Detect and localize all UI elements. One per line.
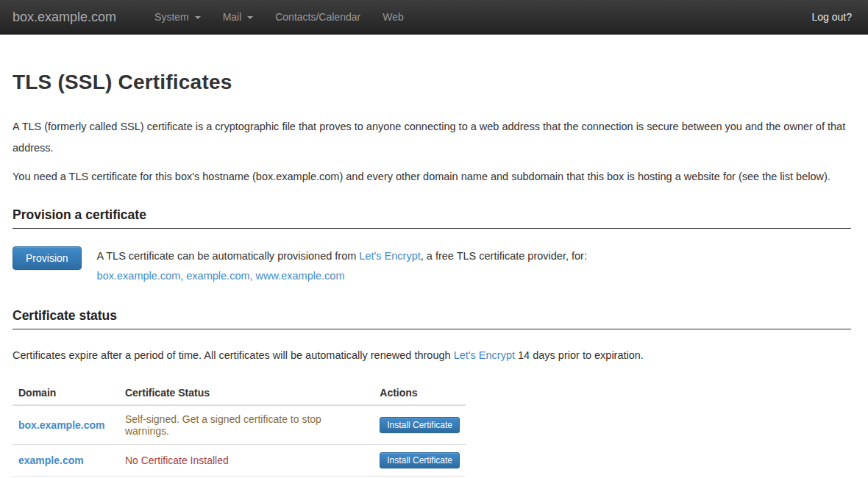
provision-row: Provision A TLS certificate can be autom… bbox=[13, 246, 851, 283]
nav-item-label: Web bbox=[383, 11, 404, 23]
status-text-after: 14 days prior to expiration. bbox=[515, 349, 644, 361]
provision-domain-link[interactable]: example.com bbox=[186, 270, 249, 282]
install-certificate-button[interactable]: Install Certificate bbox=[380, 452, 460, 468]
provision-section-heading: Provision a certificate bbox=[13, 207, 851, 229]
domain-cell: example.com bbox=[13, 445, 119, 477]
domain-cell: box.example.com bbox=[13, 405, 119, 445]
nav-item-label: System bbox=[154, 11, 189, 23]
chevron-down-icon bbox=[247, 16, 253, 19]
provision-description-line1: A TLS certificate can be automatically p… bbox=[97, 249, 587, 263]
lets-encrypt-link[interactable]: Let's Encrypt bbox=[359, 250, 420, 262]
table-row: box.example.com Self-signed. Get a signe… bbox=[13, 405, 466, 445]
certificate-table-body: box.example.com Self-signed. Get a signe… bbox=[13, 405, 466, 478]
provision-description: A TLS certificate can be automatically p… bbox=[97, 246, 587, 283]
actions-cell: Install Certificate bbox=[374, 445, 466, 477]
page-title: TLS (SSL) Certificates bbox=[13, 71, 851, 94]
status-cell: Self-signed. Get a signed certificate to… bbox=[119, 405, 374, 445]
top-navbar: box.example.com System Mail Contacts/Cal… bbox=[0, 0, 868, 35]
logout-link[interactable]: Log out? bbox=[801, 0, 868, 34]
certificate-status-heading: Certificate status bbox=[13, 308, 851, 329]
lets-encrypt-link[interactable]: Let's Encrypt bbox=[454, 349, 515, 361]
nav-item-mail[interactable]: Mail bbox=[212, 0, 265, 34]
domain-separator: , bbox=[250, 270, 256, 282]
column-header-actions: Actions bbox=[374, 381, 466, 405]
domain-link[interactable]: box.example.com bbox=[18, 419, 105, 431]
table-row: example.com No Certificate Installed Ins… bbox=[13, 445, 466, 477]
provision-button[interactable]: Provision bbox=[13, 246, 82, 270]
nav-item-label: Mail bbox=[223, 11, 242, 23]
intro-text: A TLS (formerly called SSL) certificate … bbox=[13, 116, 851, 188]
provision-domain-list: box.example.com, example.com, www.exampl… bbox=[97, 268, 587, 283]
column-header-certificate-status: Certificate Status bbox=[119, 381, 374, 405]
status-cell: No Certificate Installed bbox=[119, 445, 374, 477]
main-content: TLS (SSL) Certificates A TLS (formerly c… bbox=[0, 71, 868, 478]
intro-paragraph-2: You need a TLS certificate for this box'… bbox=[13, 166, 851, 188]
install-certificate-button[interactable]: Install Certificate bbox=[380, 417, 460, 433]
actions-cell: Install Certificate bbox=[374, 405, 466, 445]
provision-text-after: , a free TLS certificate provider, for: bbox=[421, 250, 587, 262]
status-intro: Certificates expire after a period of ti… bbox=[13, 349, 851, 361]
nav-item-contacts-calendar[interactable]: Contacts/Calendar bbox=[264, 0, 371, 34]
chevron-down-icon bbox=[195, 16, 201, 19]
status-text: No Certificate Installed bbox=[125, 454, 229, 466]
certificate-table-head: Domain Certificate Status Actions bbox=[13, 381, 466, 405]
provision-domain-link[interactable]: www.example.com bbox=[256, 270, 345, 282]
provision-domain-link[interactable]: box.example.com bbox=[97, 270, 181, 282]
nav-item-label: Contacts/Calendar bbox=[275, 11, 360, 23]
nav-item-system[interactable]: System bbox=[143, 0, 212, 34]
status-text-before: Certificates expire after a period of ti… bbox=[13, 349, 454, 361]
navbar-menu: System Mail Contacts/Calendar Web bbox=[143, 0, 415, 34]
navbar-brand[interactable]: box.example.com bbox=[0, 0, 127, 34]
domain-link[interactable]: example.com bbox=[18, 454, 84, 466]
status-text: Self-signed. Get a signed certificate to… bbox=[125, 413, 321, 437]
intro-paragraph-1: A TLS (formerly called SSL) certificate … bbox=[13, 116, 851, 159]
table-header-row: Domain Certificate Status Actions bbox=[13, 381, 466, 405]
navbar-right: Log out? bbox=[801, 0, 868, 34]
column-header-domain: Domain bbox=[13, 381, 119, 405]
nav-item-web[interactable]: Web bbox=[371, 0, 415, 34]
provision-text-before: A TLS certificate can be automatically p… bbox=[97, 250, 360, 262]
certificate-table: Domain Certificate Status Actions box.ex… bbox=[13, 381, 466, 478]
